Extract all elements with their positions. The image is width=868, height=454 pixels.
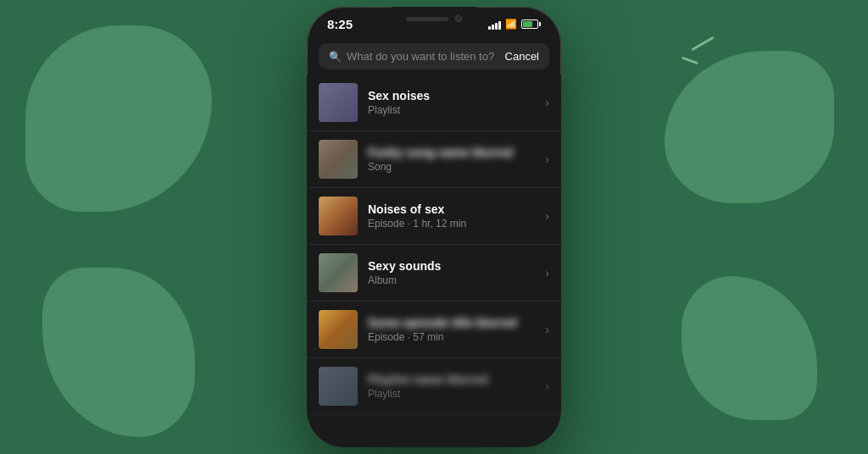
chevron-right-icon-6: › [545,379,549,393]
phone-notch [392,7,476,30]
bg-decoration-3 [665,51,834,203]
bg-decoration-1 [25,25,212,212]
result-item-2[interactable]: Funky song name blurred Song › [307,131,561,188]
result-info-2: Funky song name blurred Song [368,146,538,173]
result-info-4: Sexy sounds Album [368,259,538,286]
result-thumbnail-6 [319,367,358,406]
result-title-2: Funky song name blurred [368,146,538,159]
cancel-button[interactable]: Cancel [505,50,539,63]
result-item-6[interactable]: Playlist name blurred Playlist › [307,358,561,415]
result-info-6: Playlist name blurred Playlist [368,373,538,400]
bg-decoration-4 [682,276,817,420]
chevron-right-icon-2: › [545,152,549,166]
result-subtitle-3: Episode · 1 hr, 12 min [368,218,538,230]
chevron-right-icon-1: › [545,96,549,109]
result-thumbnail-3 [319,197,358,235]
result-title-1: Sex noises [368,89,538,102]
chevron-right-icon-3: › [545,209,549,223]
signal-bar-1 [488,26,491,30]
result-subtitle-6: Playlist [368,388,538,400]
result-subtitle-1: Playlist [368,104,538,116]
battery-icon [521,19,541,29]
search-placeholder: What do you want to listen to? [347,50,497,63]
phone-frame: 8:25 📶 🔍 What do you want to listen to? … [307,7,561,447]
result-title-5: Some episode title blurred [368,316,538,329]
signal-bars-icon [488,19,501,30]
result-item-3[interactable]: Noises of sex Episode · 1 hr, 12 min › [307,188,561,245]
result-subtitle-5: Episode · 57 min [368,331,538,343]
battery-body [521,19,538,29]
status-time: 8:25 [327,17,353,31]
result-item-1[interactable]: Sex noises Playlist › [307,75,561,131]
signal-bar-4 [498,21,501,30]
result-title-4: Sexy sounds [368,259,538,273]
result-info-3: Noises of sex Episode · 1 hr, 12 min [368,202,538,230]
status-icons: 📶 [488,19,541,30]
signal-bar-3 [495,23,498,30]
camera [455,15,462,22]
result-thumbnail-1 [319,83,358,122]
search-bar[interactable]: 🔍 What do you want to listen to? Cancel [319,43,549,69]
result-info-1: Sex noises Playlist [368,89,538,116]
chevron-right-icon-5: › [545,323,549,336]
bg-decoration-2 [42,268,195,437]
result-title-6: Playlist name blurred [368,373,538,386]
wifi-icon: 📶 [505,19,517,30]
result-thumbnail-4 [319,253,358,292]
chevron-right-icon-4: › [545,266,549,280]
result-subtitle-4: Album [368,274,538,286]
search-results-list: Sex noises Playlist › Funky song name bl… [307,75,561,447]
result-item-5[interactable]: Some episode title blurred Episode · 57 … [307,302,561,358]
result-title-3: Noises of sex [368,202,538,216]
result-item-4[interactable]: Sexy sounds Album › [307,245,561,302]
result-info-5: Some episode title blurred Episode · 57 … [368,316,538,343]
signal-bar-2 [492,25,494,30]
result-thumbnail-2 [319,140,358,179]
battery-tip [539,22,541,26]
result-subtitle-2: Song [368,161,538,173]
speaker-grill [406,17,448,21]
search-icon: 🔍 [329,51,342,63]
battery-fill [523,21,532,27]
result-thumbnail-5 [319,310,358,349]
